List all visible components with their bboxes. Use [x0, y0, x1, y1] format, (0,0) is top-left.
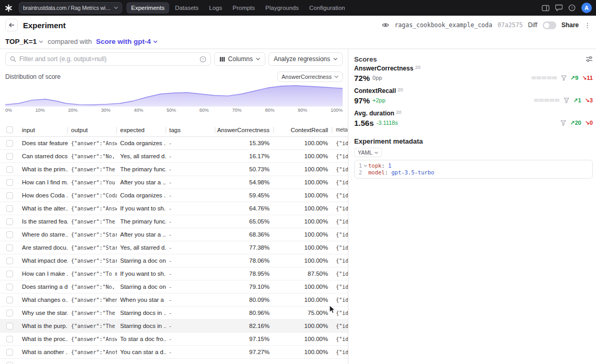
table-row[interactable]: Does starring a d... {"answer":"No, ... …	[0, 280, 348, 293]
feedback-chat-icon[interactable]	[555, 4, 563, 11]
row-checkbox[interactable]	[6, 271, 13, 277]
tab-datasets[interactable]: Datasets	[170, 2, 203, 14]
tab-logs[interactable]: Logs	[204, 2, 227, 14]
row-checkbox[interactable]	[6, 284, 13, 290]
table-row[interactable]: What changes o... {"answer":"When... Whe…	[0, 293, 348, 307]
tab-configuration[interactable]: Configuration	[305, 2, 349, 14]
table-row[interactable]: How does Coda ... {"answer":"Coda... Cod…	[0, 189, 348, 202]
share-button[interactable]: Share	[562, 21, 579, 29]
row-checkbox[interactable]	[6, 244, 13, 251]
chevron-down-icon	[375, 151, 378, 154]
cell-context-recall: 100.00%	[274, 192, 332, 198]
table-row[interactable]: Where do starre... {"answer":"Star... Af…	[0, 228, 348, 241]
table-row[interactable]: Why use the star... {"answer":"The ... S…	[0, 307, 348, 320]
analyze-regressions-button[interactable]: Analyze regressions	[268, 52, 343, 66]
row-checkbox[interactable]	[6, 153, 13, 160]
braintrust-logo-icon[interactable]	[4, 4, 13, 12]
table-row[interactable]	[0, 359, 348, 364]
table-row[interactable]: What is the purp... {"answer":"The ... S…	[0, 320, 348, 333]
table-row[interactable]: How can I find m... {"answer":"You ... A…	[0, 176, 348, 189]
row-checkbox[interactable]	[6, 218, 13, 225]
table-row[interactable]: What is the prim... {"answer":"The ... T…	[0, 163, 348, 176]
eye-icon[interactable]	[382, 22, 389, 28]
regressions-count[interactable]: ↘0	[585, 120, 593, 126]
cell-expected: Starring a doc on...	[117, 284, 166, 290]
base-experiment-picker[interactable]: TOP_K=1	[5, 38, 43, 45]
column-header-metadata[interactable]: metadata	[332, 127, 348, 133]
project-switcher[interactable]: braintrustdata.com / Rag Metrics with Ra…	[19, 2, 122, 14]
cell-context-recall: 100.00%	[274, 205, 332, 212]
row-checkbox[interactable]	[6, 336, 13, 343]
column-header-expected[interactable]: expected	[117, 127, 166, 133]
table-row[interactable]: Can starred docs... {"answer":"No, ... Y…	[0, 150, 348, 163]
cell-context-recall: 100.00%	[274, 257, 332, 264]
filter-funnel-icon[interactable]	[561, 75, 567, 81]
columns-button[interactable]: Columns	[214, 52, 265, 66]
scores-settings-icon[interactable]	[586, 56, 593, 62]
column-header-answer-correctness[interactable]: AnswerCorrectness	[215, 127, 274, 133]
metadata-format-select[interactable]: YAML	[354, 148, 382, 157]
row-checkbox[interactable]	[6, 362, 13, 364]
row-checkbox[interactable]	[6, 140, 13, 147]
x-tick-label: 60%	[200, 108, 209, 113]
table-row[interactable]: Are starred docu... {"answer":"Star... Y…	[0, 241, 348, 254]
row-checkbox[interactable]	[6, 179, 13, 186]
score-metrics: AnswerCorrectness 20 72% 0pp ↗9 ↘11 Cont…	[354, 65, 593, 128]
regressions-count[interactable]: ↘3	[585, 97, 593, 104]
metadata-code-editor[interactable]: 1 topk: 1 2 model: gpt-3.5-turbo	[354, 160, 593, 179]
row-checkbox[interactable]	[6, 349, 13, 356]
filter-input[interactable]	[19, 55, 196, 63]
table-row[interactable]: What is the alter... {"answer":"Answ... …	[0, 202, 348, 215]
regressions-count[interactable]: ↘11	[582, 75, 593, 81]
tab-playgrounds[interactable]: Playgrounds	[261, 2, 303, 14]
improvements-count[interactable]: ↗1	[573, 97, 581, 104]
row-checkbox[interactable]	[6, 192, 13, 199]
cell-answer-correctness: 82.16%	[215, 323, 274, 329]
row-checkbox[interactable]	[6, 257, 13, 264]
filter-help-icon[interactable]: ?	[200, 56, 206, 63]
table-row[interactable]: What is another ... {"answer":"Anot... Y…	[0, 346, 348, 359]
compare-experiment-picker[interactable]: Score with gpt-4	[96, 38, 158, 45]
chart-metric-select[interactable]: AnswerCorrectness	[277, 72, 343, 82]
select-all-checkbox[interactable]	[6, 126, 13, 133]
help-icon[interactable]: ?	[568, 4, 576, 11]
cell-expected: Coda organizes ...	[117, 140, 166, 146]
cell-expected: Starring docs in ...	[117, 323, 166, 329]
diff-toggle[interactable]	[543, 21, 556, 29]
column-header-context-recall[interactable]: ContextRecall	[274, 127, 332, 133]
cell-tags: -	[166, 179, 215, 185]
table-row[interactable]: What is the proc... {"answer":"Answ... T…	[0, 333, 348, 346]
cell-output: {"answer":"Answ...	[68, 140, 117, 146]
tab-prompts[interactable]: Prompts	[228, 2, 260, 14]
filter-funnel-icon[interactable]	[564, 98, 569, 103]
column-header-input[interactable]: input	[19, 127, 68, 133]
row-checkbox[interactable]	[6, 323, 13, 330]
cell-metadata: {"id	[332, 284, 348, 290]
filter-funnel-icon[interactable]	[560, 120, 566, 126]
row-checkbox[interactable]	[6, 205, 13, 212]
fold-chevron-icon[interactable]	[362, 165, 368, 167]
column-header-tags[interactable]: tags	[166, 127, 215, 133]
cell-input: What is the purp...	[19, 323, 68, 329]
column-header-output[interactable]: output	[68, 127, 117, 133]
improvements-count[interactable]: ↗20	[570, 120, 581, 126]
row-checkbox[interactable]	[6, 166, 13, 173]
table-row[interactable]: What impact doe... {"answer":"Star... St…	[0, 254, 348, 267]
improvements-count[interactable]: ↗9	[570, 75, 578, 81]
table-row[interactable]: Is the starred fea... {"answer":"The ...…	[0, 215, 348, 228]
table-row[interactable]: Does star feature... {"answer":"Answ... …	[0, 137, 348, 150]
experiment-name[interactable]: ragas_cookbook_example_coda	[394, 21, 492, 29]
chevron-down-icon	[334, 75, 338, 78]
tab-experiments[interactable]: Experiments	[126, 2, 169, 14]
row-checkbox[interactable]	[6, 297, 13, 303]
more-menu-button[interactable]: ⋮	[584, 22, 591, 29]
row-checkbox[interactable]	[6, 231, 13, 238]
table-row[interactable]: How can I make ... {"answer":"To m... If…	[0, 267, 348, 280]
layout-panels-icon[interactable]	[542, 5, 550, 11]
row-checkbox[interactable]	[6, 310, 13, 316]
cell-expected: Coda organizes ...	[117, 192, 166, 198]
user-avatar[interactable]: A	[581, 3, 592, 13]
experiment-id: 07a2575	[497, 21, 522, 29]
back-button[interactable]	[5, 19, 18, 31]
cell-context-recall: 100.00%	[274, 140, 332, 146]
